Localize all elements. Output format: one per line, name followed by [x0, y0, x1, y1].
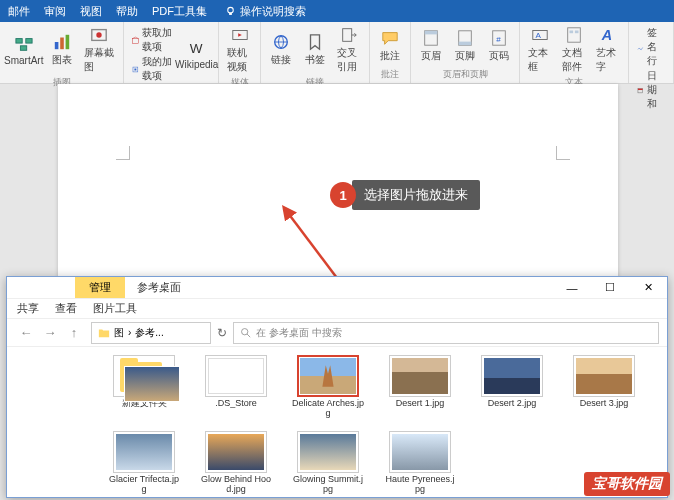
svg-rect-17 [343, 29, 352, 42]
bookmark-button[interactable]: 书签 [299, 24, 331, 76]
svg-rect-7 [65, 35, 69, 49]
svg-rect-28 [575, 31, 579, 34]
file-item[interactable]: Desert 3.jpg [567, 355, 641, 419]
quickparts-button[interactable]: 文档部件 [558, 24, 590, 76]
wikipedia-button[interactable]: WWikipedia [179, 24, 214, 85]
menu-share[interactable]: 共享 [17, 301, 39, 316]
tell-me[interactable]: 操作说明搜索 [225, 4, 306, 19]
svg-text:A: A [536, 31, 542, 40]
svg-point-0 [228, 7, 234, 13]
maximize-button[interactable]: ☐ [591, 277, 629, 299]
group-illustrations: SmartArt 图表 屏幕截图 插图 [0, 22, 124, 83]
footer-button[interactable]: 页脚 [449, 24, 481, 68]
callout-number: 1 [330, 182, 356, 208]
file-item[interactable]: Glowing Summit.jpg [291, 431, 365, 495]
word-tabs: 邮件 审阅 视图 帮助 PDF工具集 操作说明搜索 [0, 0, 674, 22]
chart-icon [53, 33, 71, 51]
svg-text:A: A [601, 27, 612, 43]
comment-button[interactable]: 批注 [374, 24, 406, 68]
footer-icon [456, 29, 474, 47]
store-icon [132, 35, 139, 46]
menu-view[interactable]: 查看 [55, 301, 77, 316]
datetime-button[interactable]: 日期和 [637, 69, 665, 111]
search-input[interactable]: 在 参考桌面 中搜索 [233, 322, 659, 344]
svg-rect-26 [568, 28, 581, 42]
crossref-icon [340, 26, 358, 44]
file-item[interactable]: Glow Behind Hood.jpg [199, 431, 273, 495]
address-path[interactable]: 图› 参考... [91, 322, 211, 344]
signature-icon [637, 42, 644, 53]
svg-point-34 [242, 329, 248, 335]
explorer-context-tab[interactable]: 管理 [75, 277, 125, 298]
window-controls: — ☐ ✕ [553, 277, 667, 299]
online-video-button[interactable]: 联机视频 [223, 24, 256, 76]
get-addins[interactable]: 获取加载项 [132, 26, 173, 54]
my-addins[interactable]: 我的加载项 [132, 55, 173, 83]
file-item[interactable]: .DS_Store [199, 355, 273, 419]
wordart-button[interactable]: A艺术字 [592, 24, 624, 76]
screenshot-icon [90, 26, 108, 44]
link-button[interactable]: 链接 [265, 24, 297, 76]
file-item[interactable]: Haute Pyrenees.jpg [383, 431, 457, 495]
group-comments: 批注 批注 [370, 22, 411, 83]
folder-item[interactable]: 新建文件夹 [107, 355, 181, 419]
explorer-window: 管理 参考桌面 — ☐ ✕ 共享 查看 图片工具 ← → ↑ 图› 参考... … [6, 276, 668, 498]
explorer-titlebar[interactable]: 管理 参考桌面 — ☐ ✕ [7, 277, 667, 299]
screenshot-button[interactable]: 屏幕截图 [80, 24, 120, 76]
textbox-button[interactable]: A文本框 [524, 24, 556, 76]
pagenum-button[interactable]: #页码 [483, 24, 515, 68]
back-button[interactable]: ← [15, 322, 37, 344]
group-headerfooter: 页眉 页脚 #页码 页眉和页脚 [411, 22, 520, 83]
header-button[interactable]: 页眉 [415, 24, 447, 68]
signature-button[interactable]: 签名行 [637, 26, 665, 68]
svg-rect-4 [20, 45, 26, 50]
svg-rect-2 [16, 38, 22, 43]
close-button[interactable]: ✕ [629, 277, 667, 299]
tab-pdf[interactable]: PDF工具集 [152, 4, 207, 19]
bookmark-icon [306, 33, 324, 51]
tab-help[interactable]: 帮助 [116, 4, 138, 19]
svg-rect-21 [459, 42, 472, 46]
svg-line-35 [247, 334, 250, 337]
nav-buttons: ← → ↑ [15, 322, 85, 344]
chart-button[interactable]: 图表 [46, 24, 78, 76]
svg-rect-19 [425, 31, 438, 35]
tab-mail[interactable]: 邮件 [8, 4, 30, 19]
ribbon: SmartArt 图表 屏幕截图 插图 获取加载项 我的加载项 WWikiped… [0, 22, 674, 84]
minimize-button[interactable]: — [553, 277, 591, 299]
svg-rect-6 [60, 38, 64, 50]
cross-ref-button[interactable]: 交叉引用 [333, 24, 365, 76]
wordart-icon: A [599, 26, 617, 44]
svg-rect-1 [229, 12, 232, 14]
svg-rect-3 [26, 38, 32, 43]
file-item[interactable]: Desert 1.jpg [383, 355, 457, 419]
svg-rect-31 [638, 88, 643, 89]
svg-rect-5 [54, 42, 58, 49]
refresh-button[interactable]: ↻ [217, 326, 227, 340]
callout-text: 选择图片拖放进来 [352, 180, 480, 210]
file-item[interactable]: Glacier Trifecta.jpg [107, 431, 181, 495]
svg-marker-15 [238, 33, 242, 37]
svg-rect-27 [570, 31, 574, 34]
tab-review[interactable]: 审阅 [44, 4, 66, 19]
smartart-button[interactable]: SmartArt [4, 24, 44, 76]
parts-icon [565, 26, 583, 44]
link-icon [272, 33, 290, 51]
forward-button[interactable]: → [39, 322, 61, 344]
file-item[interactable]: Desert 2.jpg [475, 355, 549, 419]
group-links: 链接 书签 交叉引用 链接 [261, 22, 370, 83]
file-grid[interactable]: 新建文件夹 .DS_Store Delicate Arches.jpg Dese… [7, 347, 667, 500]
up-button[interactable]: ↑ [63, 322, 85, 344]
header-icon [422, 29, 440, 47]
menu-picture-tools[interactable]: 图片工具 [93, 301, 137, 316]
wikipedia-icon: W [188, 39, 206, 57]
addins-stack: 获取加载项 我的加载项 [128, 24, 177, 85]
group-media: 联机视频 媒体 [219, 22, 261, 83]
group-addins: 获取加载项 我的加载项 WWikipedia 加载项 [124, 22, 219, 83]
svg-rect-10 [133, 38, 139, 43]
group-text: A文本框 文档部件 A艺术字 文本 [520, 22, 629, 83]
file-item-selected[interactable]: Delicate Arches.jpg [291, 355, 365, 419]
svg-point-9 [97, 32, 102, 37]
smartart-icon [15, 35, 33, 53]
tab-view[interactable]: 视图 [80, 4, 102, 19]
